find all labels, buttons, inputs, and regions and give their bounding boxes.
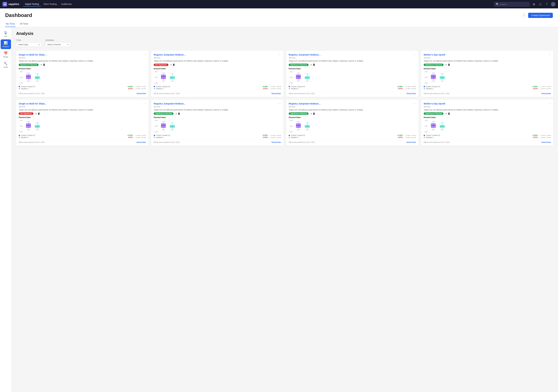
- y-top-0: 2.00: [19, 71, 23, 72]
- y-top-4: 2.00: [19, 120, 23, 121]
- y-mid-7: 0.00: [424, 125, 427, 127]
- extend-date-link-2[interactable]: Extend Date: [407, 93, 416, 95]
- control-name-6: Control: Context V2: [291, 134, 396, 136]
- card-title-0[interactable]: Single vs Multi for Shipt…: [19, 53, 142, 56]
- card-footer-1: Will be auto archived on Oct 2, 2021 Ext…: [154, 91, 281, 95]
- variation-stat-row-6: Variation 1 -0.67% ↓ ±1.00% p=0.60: [289, 137, 416, 138]
- card-type-2: A/B Test: [289, 57, 416, 59]
- extend-date-link-1[interactable]: Extend Date: [271, 93, 281, 95]
- chart-container-6: Demand Sales 2.00 0.00 -2.00: [289, 116, 416, 133]
- control-ci-7: ±1.04%: [541, 135, 545, 136]
- avatar-icon[interactable]: 👤: [551, 2, 555, 7]
- control-ci-1: ±1.04%: [270, 86, 275, 87]
- card-5: Registry Jumpstart Holdout… ··· A/B Test…: [151, 100, 284, 146]
- card-footer-7: Will be auto archived on Oct 2, 2021 Ext…: [424, 140, 551, 143]
- create-experiment-button[interactable]: Create Experiment: [528, 13, 553, 18]
- variation-arrow-2: ↓: [404, 88, 405, 90]
- extend-date-link-0[interactable]: Extend Date: [137, 93, 146, 95]
- card-title-3[interactable]: Mother's Day Upsell: [424, 53, 547, 56]
- boxplot-1: [158, 70, 178, 84]
- control-arrow-6: ↑: [404, 134, 405, 136]
- desktop-icon-0: 🖥: [40, 64, 42, 66]
- help-icon[interactable]: ?: [544, 2, 549, 7]
- tab-my-tests[interactable]: My Tests: [5, 21, 15, 27]
- extend-date-link-7[interactable]: Extend Date: [541, 141, 551, 143]
- y-mid-2: 0.00: [289, 77, 293, 78]
- card-badge-6: Significance Reached: [289, 112, 309, 115]
- variation-stat-row-3: Variation 1 -0.67% ↓ ±1.00% p=0.60: [424, 88, 551, 90]
- sidebar-item-ready[interactable]: 📅 Ready: [1, 50, 11, 59]
- stats-area-3: Control: Context V2 +0.89% ↑ ±1.04% p=0.…: [424, 86, 551, 90]
- archive-text-5: Will be auto archived on Oct 2, 2021: [154, 141, 180, 143]
- control-val-1: +0.89%: [262, 86, 268, 87]
- tab-all-tests[interactable]: All Tests: [19, 21, 29, 27]
- card-badge-0: Significance Reached: [19, 64, 39, 66]
- sidebar-label-ready: Ready: [3, 56, 9, 58]
- variation-val-7: -0.67%: [533, 137, 538, 138]
- card-4: Single vs Multi for Shipt… ··· A/B Test …: [16, 100, 148, 146]
- search-box[interactable]: 🔍: [494, 2, 530, 7]
- type-filter-select[interactable]: select type ▼: [16, 42, 42, 47]
- extend-date-link-6[interactable]: Extend Date: [407, 141, 416, 143]
- y-mid-3: 0.00: [424, 77, 427, 78]
- variation-stat-row-4: Variation 1 -0.67% ↓ ±1.00% p=0.60: [19, 137, 146, 138]
- card-title-1[interactable]: Registry Jumpstart Holdout…: [154, 53, 277, 56]
- filters: TYPE select type ▼ CHANNEL select channe…: [16, 39, 553, 47]
- sidebar-item-analysis[interactable]: 📊 Analysis: [1, 39, 11, 49]
- control-stat-row-6: Control: Context V2 +0.89% ↑ ±1.04% p=0.…: [289, 134, 416, 136]
- search-input[interactable]: [500, 3, 528, 6]
- y-top-3: 2.00: [424, 71, 427, 72]
- help-button[interactable]: ?: [522, 13, 526, 17]
- sidebar-item-draft[interactable]: 🔧 Draft: [1, 60, 11, 70]
- extend-date-link-5[interactable]: Extend Date: [271, 141, 281, 143]
- chart-container-4: Demand Sales 2.00 0.00 -2.00: [19, 116, 146, 133]
- card-title-5[interactable]: Registry Jumpstart Holdout…: [154, 102, 277, 105]
- github-icon[interactable]: ⬡: [538, 2, 542, 7]
- nav-store-testing[interactable]: Store Testing: [42, 2, 59, 7]
- control-val-4: +0.89%: [127, 134, 133, 136]
- variation-name-7: Variation 1: [426, 137, 532, 138]
- card-title-7[interactable]: Mother's Day Upsell: [424, 102, 547, 105]
- card-title-6[interactable]: Registry Jumpstart Holdout…: [289, 102, 412, 105]
- card-menu-6[interactable]: ···: [412, 102, 416, 105]
- card-type-3: A/B Test: [424, 57, 551, 59]
- control-p-3: p=0.60: [546, 86, 551, 87]
- card-menu-5[interactable]: ···: [277, 102, 281, 105]
- extend-date-link-3[interactable]: Extend Date: [541, 93, 551, 95]
- sidebar-item-live[interactable]: 📡 Live: [1, 29, 11, 39]
- card-6: Registry Jumpstart Holdout… ··· A/B Test…: [286, 100, 418, 146]
- card-menu-4[interactable]: ···: [142, 102, 146, 105]
- card-title-4[interactable]: Single vs Multi for Shipt…: [19, 102, 142, 105]
- card-menu-0[interactable]: ···: [142, 53, 146, 56]
- variation-p-2: p=0.60: [411, 88, 416, 89]
- card-menu-1[interactable]: ···: [277, 53, 281, 56]
- logo[interactable]: ◆ sapphire: [3, 2, 19, 7]
- y-top-5: 2.00: [154, 120, 157, 121]
- control-dot-6: [289, 135, 290, 136]
- card-menu-7[interactable]: ···: [547, 102, 551, 105]
- card-title-2[interactable]: Registry Jumpstart Holdout…: [289, 53, 412, 56]
- control-name-7: Control: Context V2: [426, 134, 531, 136]
- extend-date-link-4[interactable]: Extend Date: [137, 141, 146, 143]
- variation-val-5: -0.67%: [263, 137, 268, 138]
- y-bot-3: -2.00: [424, 82, 427, 84]
- card-footer-2: Will be auto archived on Oct 2, 2021 Ext…: [289, 91, 416, 95]
- content-area: Analysis TYPE select type ▼ CHANNEL sele…: [12, 27, 558, 392]
- nav-audiences[interactable]: Audiences: [59, 2, 74, 7]
- desktop-icon-1: 🖥: [170, 64, 172, 66]
- channel-filter-select[interactable]: select channel ▼: [45, 42, 71, 47]
- desktop-icon-6: 🖥: [310, 113, 312, 115]
- control-val-6: +0.89%: [397, 134, 403, 136]
- y-mid-6: 0.00: [289, 125, 293, 127]
- control-dot-1: [154, 86, 155, 87]
- nav-digital-testing[interactable]: Digital Testing: [23, 2, 41, 7]
- card-menu-2[interactable]: ···: [412, 53, 416, 56]
- control-ci-4: ±1.04%: [136, 135, 140, 136]
- control-arrow-4: ↑: [134, 134, 135, 136]
- card-menu-3[interactable]: ···: [547, 53, 551, 56]
- y-axis-6: 2.00 0.00 -2.00: [289, 120, 293, 132]
- control-ci-2: ±1.04%: [406, 86, 410, 87]
- card-3: Mother's Day Upsell ··· A/B Test Target.…: [421, 51, 553, 97]
- grid-icon[interactable]: ⊞: [532, 2, 536, 7]
- boxplot-0: [24, 70, 43, 84]
